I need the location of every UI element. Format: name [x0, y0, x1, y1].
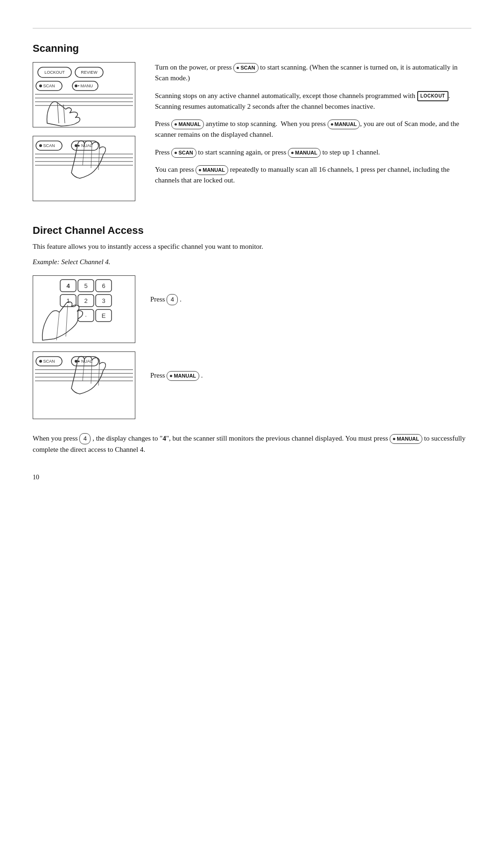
svg-line-15: [63, 105, 65, 123]
manual-button-inline-4: MANUAL: [196, 165, 228, 175]
svg-point-4: [39, 84, 42, 87]
num-4-button-2: 4: [79, 433, 91, 444]
dca-step-2-text: Press MANUAL .: [150, 351, 203, 381]
scanning-p1: Turn on the power, or press SCAN to star…: [155, 62, 471, 84]
svg-text:1: 1: [66, 297, 70, 304]
svg-text:E: E: [102, 312, 106, 319]
scanner-diagram-2: SCAN ● NUAL: [33, 136, 135, 201]
svg-point-42: [39, 360, 42, 363]
num-4-button-1: 4: [167, 294, 178, 305]
keypad-svg-1: 4 5 6 1 2 3 · E: [33, 276, 135, 343]
manual-button-inline-2: MANUAL: [328, 119, 360, 129]
direct-channel-access-section: Direct Channel Access This feature allow…: [33, 225, 471, 455]
dca-step-1: 4 5 6 1 2 3 · E: [33, 275, 471, 343]
page-number: 10: [33, 474, 471, 481]
svg-text:4: 4: [66, 282, 70, 289]
dca-example: Example: Select Channel 4.: [33, 257, 471, 267]
scanning-section: Scanning LOCKOUT REVIEW SCAN • MAN: [33, 42, 471, 201]
svg-text:● NUAL: ● NUAL: [77, 143, 92, 148]
scanning-p5: You can press MANUAL repeatedly to manua…: [155, 164, 471, 186]
svg-text:SCAN: SCAN: [43, 359, 55, 364]
dca-bottom-text: When you press 4 , the display changes t…: [33, 433, 471, 456]
svg-text:REVIEW: REVIEW: [81, 70, 98, 75]
scanning-p4: Press SCAN to start scanning again, or p…: [155, 147, 471, 158]
dca-step-1-text: Press 4 .: [150, 275, 182, 306]
svg-text:2: 2: [84, 297, 87, 304]
svg-point-7: [75, 84, 77, 87]
dca-title: Direct Channel Access: [33, 225, 471, 237]
manual-button-inline-5: MANUAL: [167, 371, 199, 381]
dca-intro: This feature allows you to instantly acc…: [33, 241, 471, 252]
svg-line-14: [57, 103, 59, 123]
scan-button-inline-1: SCAN: [233, 63, 258, 73]
lockout-button-inline: LOCKOUT: [417, 91, 448, 101]
dca-steps: 4 5 6 1 2 3 · E: [33, 275, 471, 419]
svg-text:·: ·: [85, 312, 87, 319]
scanning-paragraphs: Turn on the power, or press SCAN to star…: [155, 62, 471, 201]
scanning-content-row: LOCKOUT REVIEW SCAN • MANU: [33, 62, 471, 201]
manual-button-inline-1: MANUAL: [171, 119, 204, 129]
manual-button-inline-6: MANUAL: [390, 434, 422, 444]
svg-text:SCAN: SCAN: [43, 143, 55, 148]
svg-text:● NUAL: ● NUAL: [77, 359, 92, 364]
scan-button-inline-2: SCAN: [171, 148, 196, 158]
scanner-svg-1: LOCKOUT REVIEW SCAN • MANU: [33, 63, 135, 127]
scanning-illustrations: LOCKOUT REVIEW SCAN • MANU: [33, 62, 140, 201]
top-rule: [33, 28, 471, 28]
keypad-diagram-2: SCAN ● NUAL: [33, 351, 135, 419]
svg-text:LOCKOUT: LOCKOUT: [44, 70, 65, 75]
manual-button-inline-3: MANUAL: [288, 148, 321, 158]
scanning-title: Scanning: [33, 42, 471, 55]
keypad-diagram-1: 4 5 6 1 2 3 · E: [33, 275, 135, 343]
svg-text:3: 3: [102, 297, 105, 304]
scanner-diagram-1: LOCKOUT REVIEW SCAN • MANU: [33, 62, 135, 127]
svg-text:SCAN: SCAN: [43, 84, 55, 88]
scanner-svg-2: SCAN ● NUAL: [33, 136, 135, 201]
keypad-svg-2: SCAN ● NUAL: [33, 352, 135, 419]
svg-point-16: [39, 144, 42, 147]
scanning-p2: Scanning stops on any active channel aut…: [155, 91, 471, 112]
svg-text:6: 6: [102, 282, 105, 289]
dca-step-2: SCAN ● NUAL Press MANUAL .: [33, 351, 471, 419]
svg-text:• MANU: • MANU: [78, 84, 93, 88]
scanning-p3: Press MANUAL anytime to stop scanning. W…: [155, 119, 471, 140]
svg-text:5: 5: [84, 282, 87, 289]
